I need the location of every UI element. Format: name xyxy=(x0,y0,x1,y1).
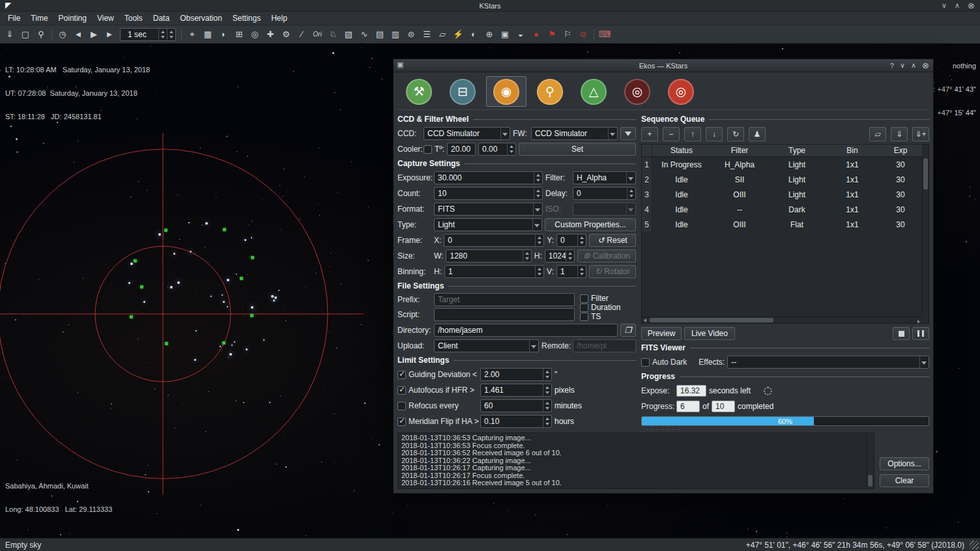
pause-sequence-button[interactable] xyxy=(912,327,929,340)
sky-marker[interactable] xyxy=(251,256,254,259)
disable-marker-icon[interactable]: ⊘ xyxy=(575,27,591,42)
help-button[interactable]: ? xyxy=(890,62,894,70)
observer-button[interactable]: ♟ xyxy=(749,127,766,141)
close-button[interactable]: ⊗ xyxy=(922,61,929,70)
spin-arrows-icon[interactable] xyxy=(534,188,542,199)
spin-arrows-icon[interactable] xyxy=(534,172,542,184)
deep-sky-objects-icon[interactable]: ◎ xyxy=(247,27,263,42)
queue-cell-exp[interactable]: 30 xyxy=(879,202,922,217)
queue-cell-bin[interactable]: 1x1 xyxy=(826,172,879,187)
tab-indi[interactable]: ⊟ xyxy=(442,76,483,107)
menu-tools[interactable]: Tools xyxy=(119,12,148,24)
spin-arrows-icon[interactable] xyxy=(566,250,574,262)
queue-cell-filter[interactable]: OIII xyxy=(711,187,768,202)
menu-settings[interactable]: Settings xyxy=(227,12,266,24)
sequence-queue-table[interactable]: Status Filter Type Bin Exp 1In ProgressH… xyxy=(641,144,929,324)
spin-arrows-icon[interactable] xyxy=(543,384,551,396)
time-step-forward-icon[interactable]: ► xyxy=(102,27,117,42)
ts-checkbox[interactable] xyxy=(580,313,588,321)
spin-arrows-icon[interactable] xyxy=(535,234,543,246)
filter-select[interactable]: H_Alpha xyxy=(573,171,636,184)
queue-cell-filter[interactable]: -- xyxy=(711,202,768,217)
filter-wheel-select[interactable]: CCD Simulator xyxy=(531,127,618,140)
scroll-left-icon[interactable] xyxy=(642,317,649,323)
add-job-button[interactable]: + xyxy=(641,127,658,141)
refocus-every-checkbox[interactable] xyxy=(397,402,406,410)
find-object-icon[interactable]: ⚲ xyxy=(33,27,49,42)
preview-button[interactable]: Preview xyxy=(641,327,682,340)
auto-dark-checkbox[interactable] xyxy=(641,358,650,367)
scrollbar-thumb[interactable] xyxy=(923,158,928,190)
time-step-spinbox[interactable]: 1 sec xyxy=(120,28,176,41)
queue-cell-status[interactable]: In Progress xyxy=(652,157,711,172)
menu-file[interactable]: File xyxy=(3,12,25,24)
queue-cell-status[interactable]: Idle xyxy=(652,187,711,202)
prefix-duration-option[interactable]: Duration xyxy=(580,303,636,312)
constellation-art-icon[interactable]: ♘ xyxy=(325,27,341,42)
queue-cell-bin[interactable]: 1x1 xyxy=(826,187,879,202)
splitter-handle[interactable] xyxy=(397,426,929,432)
queue-cell-bin[interactable]: 1x1 xyxy=(826,202,879,217)
tab-focus[interactable]: ⚲ xyxy=(530,76,570,107)
frame-y-spinbox[interactable]: 0 xyxy=(556,234,586,247)
spin-arrows-icon[interactable] xyxy=(167,29,175,40)
queue-cell-bin[interactable]: 1x1 xyxy=(826,217,879,232)
flowchart-icon[interactable]: ⊞ xyxy=(231,27,247,42)
script-input[interactable] xyxy=(434,308,575,321)
maximize-button[interactable]: ∧ xyxy=(911,61,916,70)
fov-editor-icon[interactable]: ▢ xyxy=(18,27,33,42)
save-queue-as-button[interactable]: ⇓+ xyxy=(912,127,929,141)
queue-cell-filter[interactable]: OIII xyxy=(711,217,768,232)
dome-icon[interactable]: ◗ xyxy=(216,27,231,42)
spin-arrows-icon[interactable] xyxy=(543,400,551,412)
night-vision-icon[interactable]: ◐ xyxy=(466,27,482,42)
prefix-ts-option[interactable]: TS xyxy=(580,312,636,321)
move-job-down-button[interactable]: ↓ xyxy=(706,127,723,141)
browse-directory-button[interactable] xyxy=(620,324,636,337)
count-spinbox[interactable]: 10 xyxy=(434,187,543,200)
guiding-deviation-spinbox[interactable]: 2.00 xyxy=(480,368,552,381)
spin-arrows-icon[interactable] xyxy=(523,250,531,262)
maximize-icon[interactable]: ∧ xyxy=(955,1,960,10)
sky-image-icon[interactable]: ▦ xyxy=(200,27,216,42)
queue-row[interactable]: 2IdleSIILight1x130 xyxy=(642,172,922,187)
binning-h-spinbox[interactable]: 1 xyxy=(444,265,544,278)
tab-guide[interactable]: ◎ xyxy=(617,76,657,107)
remove-job-button[interactable]: − xyxy=(663,127,680,141)
move-job-up-button[interactable]: ↑ xyxy=(684,127,701,141)
clear-button[interactable]: Clear xyxy=(880,474,929,487)
autofocus-hfr-spinbox[interactable]: 1.461 xyxy=(480,384,552,397)
queue-row[interactable]: 5IdleOIIIFlat1x130 xyxy=(642,217,922,232)
sky-marker[interactable] xyxy=(165,342,168,345)
frame-type-select[interactable]: Light xyxy=(434,218,542,231)
temperature-target-spinbox[interactable]: 0.00 xyxy=(478,143,516,156)
menu-observation[interactable]: Observation xyxy=(175,12,227,24)
sky-marker[interactable] xyxy=(250,314,253,317)
queue-cell-status[interactable]: Idle xyxy=(652,217,711,232)
column-filter[interactable]: Filter xyxy=(711,145,768,156)
sky-marker[interactable] xyxy=(164,229,167,232)
queue-row[interactable]: 1In ProgressH_AlphaLight1x130 xyxy=(642,157,922,172)
menu-data[interactable]: Data xyxy=(148,12,175,24)
guiding-deviation-checkbox[interactable] xyxy=(397,371,406,379)
spin-arrows-icon[interactable] xyxy=(158,29,167,40)
menu-view[interactable]: View xyxy=(92,12,119,24)
tab-mount[interactable]: △ xyxy=(573,76,614,107)
telescope-crosshair-icon[interactable]: ⊕ xyxy=(482,27,497,42)
red-flag-icon[interactable]: ⚑ xyxy=(544,27,560,42)
menu-pointing[interactable]: Pointing xyxy=(53,12,92,24)
frame-x-spinbox[interactable]: 0 xyxy=(444,234,544,247)
ccd-select[interactable]: CCD Simulator xyxy=(424,127,510,140)
spin-arrows-icon[interactable] xyxy=(577,234,586,246)
spin-arrows-icon[interactable] xyxy=(507,143,515,155)
queue-cell-type[interactable]: Flat xyxy=(768,217,826,232)
observing-list-icon[interactable]: ☰ xyxy=(419,27,435,42)
exposure-spinbox[interactable]: 30.000 xyxy=(434,171,543,184)
set-time-icon[interactable]: ◷ xyxy=(55,27,70,42)
log-scrollbar[interactable] xyxy=(867,434,873,488)
constellation-boundaries-icon[interactable]: ▧ xyxy=(341,27,356,42)
directory-input[interactable] xyxy=(434,324,618,337)
filter-checkbox[interactable] xyxy=(580,294,588,303)
queue-cell-type[interactable]: Dark xyxy=(768,202,826,217)
stars-icon[interactable]: ✚ xyxy=(263,27,278,42)
